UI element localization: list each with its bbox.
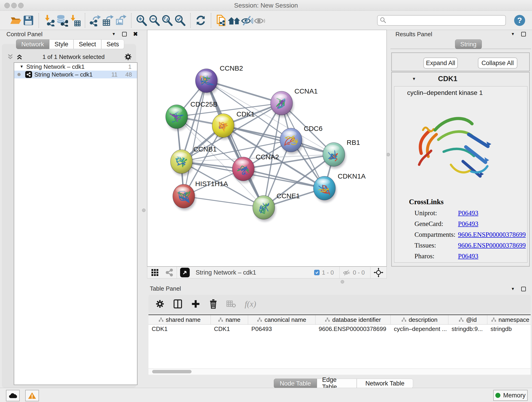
node-CDKN1A[interactable]: CDKN1A [313,172,366,202]
node-CCNE1[interactable]: CCNE1 [253,192,300,221]
node-CDK1[interactable]: CDK1 [212,110,255,140]
panel-menu-icon[interactable]: ▼ [511,287,515,291]
zoom-in-button[interactable] [135,14,148,27]
node-gloss-highlight [317,179,330,185]
column-header-shared-name[interactable]: shared name [148,315,211,324]
network-canvas[interactable]: CCNB2CCNA1CDC25BCDK1CDC6RB1CCNB1CCNA2CDK… [147,30,387,267]
cloud-status-button[interactable] [6,390,20,401]
delete-table-icon-disabled[interactable] [226,300,236,308]
import-network-from-database-button[interactable] [56,14,68,27]
crosslink-link[interactable]: P06493 [458,220,478,228]
table-row[interactable]: CDK1CDK1P064939606.ENSP00000378699cyclin… [148,325,531,333]
tab-network-table[interactable]: Network Table [357,379,413,388]
share-view-icon[interactable] [165,268,173,277]
node-CDC25B[interactable]: CDC25B [166,100,217,131]
column-header-namespace[interactable]: namespace [487,315,531,324]
column-header-canonical-name[interactable]: canonical name [248,315,316,324]
horizontal-splitter-handle[interactable] [341,280,344,283]
horizontal-scrollbar[interactable] [148,369,531,375]
vertical-splitter-handle-left[interactable] [142,209,146,212]
table-cell[interactable]: 9606.ENSP00000378699 [316,325,391,333]
crosslink-link[interactable]: P06493 [458,209,478,217]
grid-view-icon[interactable] [151,269,159,276]
node-label-HIST1H1A: HIST1H1A [195,180,228,187]
refresh-button[interactable] [194,14,207,27]
delete-column-trash-icon[interactable] [209,299,218,309]
tab-string[interactable]: String [455,39,482,49]
zoom-selected-icon [174,14,186,26]
node-entry-header[interactable]: ▼ CDK1 [392,75,529,83]
node-CCNA1[interactable]: CCNA1 [271,87,318,117]
tab-edge-table[interactable]: Edge Table [317,379,357,388]
panel-menu-icon[interactable]: ▼ [112,32,116,36]
birdseye-view-button[interactable] [180,268,190,277]
search-input[interactable] [377,15,506,26]
export-network-button[interactable] [89,14,102,27]
network-graph[interactable]: CCNB2CCNA1CDC25BCDK1CDC6RB1CCNB1CCNA2CDK… [147,30,386,266]
expand-all-button[interactable]: Expand All [423,57,458,69]
crosslink-link[interactable]: P06493 [458,252,478,260]
float-panel-icon[interactable] [521,287,526,291]
table-cell[interactable]: CDK1 [148,325,211,333]
function-builder-icon-disabled[interactable]: f(x) [245,299,256,309]
crosslink-link[interactable]: 9606.ENSP00000378699 [458,242,526,249]
tab-style[interactable]: Style [49,39,74,49]
node-gloss-highlight [215,116,229,123]
toolbar-separator [211,13,211,28]
table-cell[interactable]: cyclin–dependent ... [391,325,448,333]
import-network-from-file-button[interactable] [43,14,56,27]
memory-button[interactable]: Memory [493,390,528,401]
network-collection-row[interactable]: ▼ String Network – cdk1 1 [14,63,137,70]
column-header-database-identifier[interactable]: database identifier [316,315,391,324]
float-panel-icon[interactable] [521,32,526,36]
node-HIST1H1A[interactable]: HIST1H1A [173,180,228,210]
expand-all-chevrons-icon[interactable] [16,53,23,60]
disclosure-triangle-icon[interactable]: ▼ [412,77,416,81]
export-table-button[interactable] [102,14,114,27]
zoom-selected-button[interactable] [174,14,186,27]
zoom-fit-button[interactable] [161,14,174,27]
tab-select[interactable]: Select [74,39,101,49]
help-button[interactable]: ? [514,15,525,26]
clone-network-button[interactable] [215,14,228,27]
network-row-selected[interactable]: String Network – cdk1 11 48 [14,70,137,78]
tab-network[interactable]: Network [16,39,49,49]
selected-checkbox-icon[interactable] [314,270,320,275]
fit-content-crosshair-icon[interactable] [374,268,383,277]
column-header-description[interactable]: description [391,315,448,324]
import-database-icon [56,14,68,27]
crosslink-row: Compartments:9606.ENSP00000378699 [409,231,526,238]
import-table-button[interactable] [68,14,81,27]
table-cell[interactable]: CDK1 [211,325,248,333]
node-RB1[interactable]: RB1 [323,139,360,168]
tab-node-table[interactable]: Node Table [274,379,317,388]
table-cell[interactable]: P06493 [248,325,316,333]
scrollbar-thumb[interactable] [152,370,191,373]
collapse-all-button[interactable]: Collapse All [478,57,517,69]
collapse-all-chevrons-icon[interactable] [7,53,14,60]
table-cell[interactable]: stringdb:9... [448,325,487,333]
show-columns-icon[interactable] [173,299,182,309]
gear-icon[interactable] [155,299,165,308]
float-panel-icon[interactable] [122,32,127,36]
tab-sets[interactable]: Sets [101,39,124,49]
crosslink-link[interactable]: 9606.ENSP00000378699 [458,231,526,238]
save-session-button[interactable] [22,14,35,27]
first-neighbors-button[interactable] [228,14,241,27]
panel-menu-icon[interactable]: ▼ [511,32,515,36]
gear-icon[interactable] [124,53,132,61]
show-all-button-disabled[interactable] [253,14,266,27]
column-header-name[interactable]: name [211,315,248,324]
hide-selection-button[interactable] [241,14,253,27]
warnings-button[interactable] [25,390,39,401]
edge-HIST1H1A-CCNE1[interactable] [184,196,264,207]
add-column-plus-icon[interactable] [191,299,200,308]
disclosure-triangle-icon[interactable]: ▼ [20,64,24,69]
zoom-out-button[interactable] [148,14,161,27]
edge-CCNB2-HIST1H1A[interactable] [184,81,206,196]
column-header--id[interactable]: @id [448,315,487,324]
open-session-button[interactable] [9,14,22,27]
table-cell[interactable]: stringdb [487,325,531,333]
close-panel-icon[interactable]: ✖ [133,31,138,37]
export-image-button[interactable] [114,14,127,27]
